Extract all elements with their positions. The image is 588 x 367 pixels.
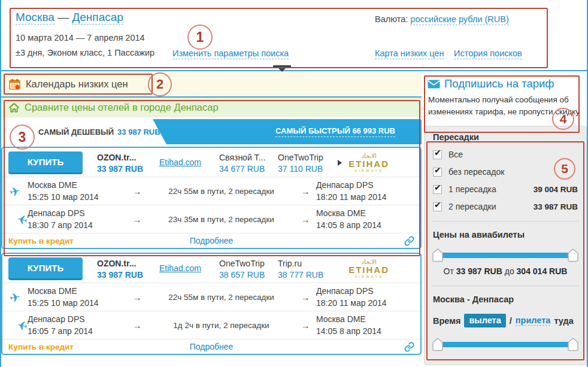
- ticket-card: КУПИТЬ OZON.tr... 33 987 RUB Etihad.com …: [1, 147, 422, 249]
- checkbox-one-stop[interactable]: ✔: [433, 185, 442, 194]
- origin-city-link[interactable]: Москва: [16, 11, 54, 25]
- agency-price[interactable]: 33 987 RUB: [97, 164, 148, 174]
- plane-departure-icon: ✈: [8, 288, 29, 306]
- flight-leg-return: ✈ Денпасар DPS 16:05 7 апр 2014 → 1д 2ч …: [2, 311, 420, 339]
- agency-prices-row: КУПИТЬ OZON.tr... 33 987 RUB Etihad.com …: [2, 148, 420, 177]
- agency-link[interactable]: Etihad.com: [159, 157, 211, 167]
- filters-panel: Пересадки ✔ Все ✔ без пересадок ✔ 1 пере…: [424, 126, 587, 365]
- time-range-slider[interactable]: [434, 342, 577, 347]
- agency-name: OneTwoTrip: [278, 153, 329, 162]
- checkmark-icon: ✔: [434, 148, 441, 157]
- destination-city-link[interactable]: Денпасар: [72, 11, 123, 25]
- slider-handle-max[interactable]: [567, 248, 579, 262]
- airline-logo-sub: AIRWAYS: [348, 169, 389, 172]
- checkbox-all[interactable]: ✔: [433, 150, 442, 159]
- filter-option-one-stop: ✔ 1 пересадка 39 004 RUB: [433, 184, 578, 194]
- filter-option-label: 1 пересадка: [448, 184, 496, 194]
- divider: [432, 286, 579, 286]
- share-link-icon[interactable]: [404, 342, 414, 352]
- filter-option-label: Все: [448, 150, 463, 159]
- slider-handle-min[interactable]: [432, 248, 444, 262]
- price-range-slider[interactable]: [434, 253, 577, 258]
- more-offers-arrow-icon[interactable]: [338, 160, 342, 166]
- plane-arrival-icon: ✈: [8, 316, 29, 335]
- subscribe-block: Подпишись на тариф Моментально получай с…: [424, 71, 587, 117]
- flight-search-results-page: Москва — Денпасар 10 марта 2014 — 7 апре…: [0, 0, 588, 367]
- transfers-filter-title: Пересадки: [433, 132, 578, 142]
- calendar-bar-label: Календарь низких цен: [26, 78, 128, 90]
- leg-to: Денпасар DPS 18:20 11 мар 2014: [316, 285, 412, 310]
- time-label: Время: [433, 316, 460, 326]
- details-link[interactable]: Подробнее: [2, 342, 420, 351]
- agency-price[interactable]: 38 777 RUB: [278, 270, 329, 280]
- checkbox-two-stops[interactable]: ✔: [433, 202, 442, 211]
- compare-hotels-bar[interactable]: Сравните цены отелей в городе Денпасар: [1, 98, 422, 117]
- agency-name: OZON.tr...: [97, 259, 148, 268]
- agency-name: OZON.tr...: [97, 153, 148, 162]
- filter-option-price: 33 987 RUB: [534, 202, 578, 211]
- range-from-label: От: [444, 266, 454, 276]
- currency-row: Валюта: российские рубли (RUB): [375, 14, 509, 24]
- leg-from-city: Денпасар DPS: [28, 313, 126, 325]
- filters-sidebar: Подпишись на тариф Моментально получай с…: [424, 71, 587, 365]
- depart-time-toggle[interactable]: вылета: [464, 314, 505, 327]
- agency-price[interactable]: 34 677 RUB: [219, 164, 271, 174]
- agency-offer: OneTwoTrip 37 110 RUB: [278, 153, 329, 174]
- airline-logo: الاتحاد ETIHAD AIRWAYS: [348, 153, 389, 173]
- filter-option-price: 39 004 RUB: [534, 185, 578, 194]
- agency-name: OneTwoTrip: [219, 259, 271, 268]
- flight-leg-outbound: ✈ Москва DME 15:25 10 мар 2014 → 22ч 55м…: [2, 283, 420, 311]
- details-link[interactable]: Подробнее: [2, 236, 420, 245]
- agency-price[interactable]: 38 657 RUB: [219, 270, 271, 280]
- slider-handle-min[interactable]: [432, 337, 444, 351]
- agency-price[interactable]: 33 987 RUB: [97, 270, 148, 280]
- leg-to: Денпасар DPS 18:20 11 мар 2014: [316, 179, 412, 204]
- search-history-link[interactable]: История поисков: [454, 48, 522, 59]
- time-slash: /: [510, 316, 512, 326]
- low-price-calendar-bar[interactable]: Календарь низких цен: [1, 71, 422, 98]
- currency-select-link[interactable]: российские рубли (RUB): [410, 14, 508, 25]
- tab-cheapest-label: САМЫЙ ДЕШЕВЫЙ: [38, 128, 114, 137]
- tab-cheapest[interactable]: САМЫЙ ДЕШЕВЫЙ 33 987 RUB: [1, 119, 166, 144]
- house-icon: [8, 102, 20, 113]
- route-separator: —: [57, 11, 69, 23]
- leg-from-time: 15:25 10 мар 2014: [28, 191, 126, 203]
- plane-arrival-icon: ✈: [8, 210, 29, 229]
- search-dates: 10 марта 2014 — 7 апреля 2014: [16, 33, 145, 43]
- slider-handle-max[interactable]: [567, 337, 579, 351]
- time-filter-row: Время вылета / прилета туда: [433, 314, 578, 327]
- airline-logo-sub: AIRWAYS: [348, 275, 389, 278]
- arrive-time-toggle[interactable]: прилета: [516, 316, 551, 326]
- change-search-link[interactable]: Изменить параметры поиска: [172, 48, 289, 59]
- airline-logo-name: ETIHAD: [348, 265, 389, 275]
- checkmark-icon: ✔: [434, 183, 441, 192]
- filter-option-label: без пересадок: [448, 167, 504, 177]
- leg-to-city: Москва DME: [316, 313, 412, 325]
- leg-from-time: 15:25 10 мар 2014: [28, 297, 126, 309]
- tab-fastest[interactable]: САМЫЙ БЫСТРЫЙ 66 993 RUB: [275, 126, 395, 137]
- share-link-icon[interactable]: [404, 236, 414, 246]
- subscribe-title-link[interactable]: Подпишись на тариф: [428, 77, 587, 90]
- buy-button[interactable]: КУПИТЬ: [8, 151, 83, 174]
- results-column: Календарь низких цен Сравните цены отеле…: [1, 71, 422, 355]
- arrow-right-icon: →: [126, 186, 148, 196]
- range-to-label: до: [505, 266, 514, 276]
- low-price-map-link[interactable]: Карта низких цен: [375, 48, 444, 59]
- agency-price[interactable]: 37 110 RUB: [278, 164, 329, 174]
- price-range-text: От 33 987 RUB до 304 014 RUB: [433, 266, 578, 276]
- filter-option-two-stops: ✔ 2 пересадки 33 987 RUB: [433, 202, 578, 211]
- agency-name: Связной Т...: [219, 153, 271, 162]
- card-footer: Купить в кредит Подробнее: [2, 339, 420, 354]
- checkbox-nonstop[interactable]: ✔: [433, 168, 442, 177]
- leg-duration: 22ч 55м в пути, 2 пересадки: [148, 293, 295, 302]
- leg-to-time: 18:20 11 мар 2014: [316, 191, 412, 203]
- route-title: Москва — Денпасар: [16, 11, 123, 24]
- collapse-search-form-toggle[interactable]: [273, 65, 291, 72]
- agency-prices-row: КУПИТЬ OZON.tr... 33 987 RUB Etihad.com …: [2, 254, 420, 283]
- agency-offer: Etihad.com: [159, 157, 211, 169]
- filter-option-all: ✔ Все: [433, 150, 578, 159]
- agency-link[interactable]: Etihad.com: [159, 263, 211, 273]
- buy-button[interactable]: КУПИТЬ: [8, 257, 83, 280]
- agency-offer: Trip.ru 38 777 RUB: [278, 259, 329, 280]
- arrow-right-icon: →: [295, 292, 316, 302]
